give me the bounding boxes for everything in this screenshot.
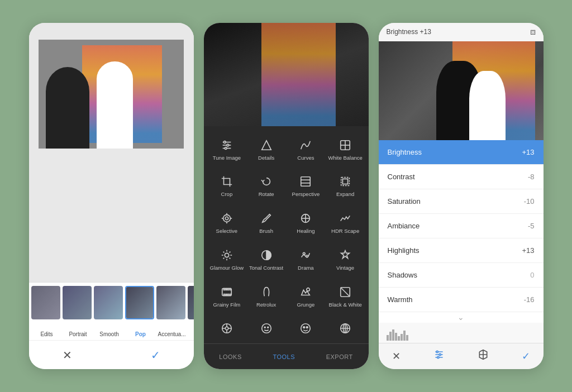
card1-image-area <box>29 23 194 282</box>
expand-icon <box>337 174 353 189</box>
tool-label: Tune Image <box>213 155 241 161</box>
tool-drama[interactable]: Drama <box>287 242 325 276</box>
film-item-active[interactable] <box>125 286 154 319</box>
svg-point-4 <box>227 144 229 146</box>
svg-rect-66 <box>395 333 397 341</box>
filter-label-smooth[interactable]: Smooth <box>95 331 124 337</box>
svg-point-16 <box>225 217 228 220</box>
filmroll-icon <box>219 321 235 336</box>
adj-row-ambiance[interactable]: Ambiance -5 <box>379 214 544 238</box>
phone-card-2: Tune Image Details Curves <box>204 23 369 369</box>
tool-retrolux[interactable]: Retrolux <box>247 279 285 313</box>
svg-rect-37 <box>223 288 225 290</box>
confirm-button[interactable]: ✓ <box>522 350 530 362</box>
svg-line-29 <box>223 251 224 252</box>
tool-hdr-scape[interactable]: HDR Scape <box>327 205 364 240</box>
bw-icon <box>337 284 353 300</box>
tool-grainy-film[interactable]: Grainy Film <box>208 279 246 313</box>
tool-label: HDR Scape <box>331 228 359 234</box>
adj-row-highlights[interactable]: Highlights +13 <box>379 238 544 263</box>
svg-point-15 <box>223 215 230 222</box>
tool-perspective[interactable]: Perspective <box>287 169 325 203</box>
tool-bw[interactable]: Black & White <box>327 279 364 313</box>
svg-point-5 <box>225 147 227 149</box>
tonal-icon <box>259 247 274 263</box>
tool-curves[interactable]: Curves <box>287 132 325 166</box>
tool-label: Healing <box>297 228 314 234</box>
film-item[interactable] <box>188 286 194 319</box>
svg-point-74 <box>436 351 438 353</box>
tool-label: Selective <box>216 228 238 234</box>
tool-label: Perspective <box>292 191 320 197</box>
svg-point-57 <box>303 327 305 328</box>
adj-value: -16 <box>524 295 535 304</box>
adj-value: +13 <box>522 246 534 255</box>
film-item[interactable] <box>94 286 123 319</box>
tool-label: Expand <box>336 191 354 197</box>
svg-rect-67 <box>398 336 400 341</box>
adj-row-saturation[interactable]: Saturation -10 <box>379 189 544 214</box>
nav-tab-export[interactable]: EXPORT <box>326 353 353 360</box>
svg-line-32 <box>223 257 224 259</box>
tool-brush[interactable]: Brush <box>247 205 285 240</box>
tool-tonal-contrast[interactable]: Tonal Contrast <box>247 242 285 276</box>
film-item[interactable] <box>31 286 60 319</box>
cancel-button[interactable]: ✕ <box>392 350 401 362</box>
tool-label: Retrolux <box>256 302 276 308</box>
svg-rect-40 <box>230 288 231 290</box>
tool-selective[interactable]: Selective <box>208 205 246 240</box>
adjustments-panel: Brightness +13 Contrast -8 Saturation -1… <box>379 140 544 312</box>
selective-icon <box>219 211 235 226</box>
filter-label[interactable]: Edits <box>32 331 61 337</box>
tool-face[interactable] <box>247 315 285 343</box>
svg-rect-69 <box>403 331 406 341</box>
svg-rect-64 <box>389 332 392 341</box>
tool-label: Grunge <box>297 302 315 308</box>
film-item[interactable] <box>156 286 185 319</box>
svg-rect-14 <box>343 179 348 184</box>
svg-marker-6 <box>261 140 271 150</box>
adj-row-shadows[interactable]: Shadows 0 <box>379 263 544 288</box>
tool-tune-image[interactable]: Tune Image <box>208 132 246 166</box>
tool-expand[interactable]: Expand <box>327 169 364 203</box>
cancel-button[interactable]: ✕ <box>63 348 72 362</box>
filter-label[interactable]: Accentua... <box>158 331 187 337</box>
compare-icon[interactable]: ⧈ <box>530 27 536 37</box>
svg-point-34 <box>303 252 306 255</box>
card3-top-bar: Brightness +13 ⧈ <box>379 23 544 41</box>
filter-label[interactable]: Portrait <box>64 331 93 337</box>
confirm-button[interactable]: ✓ <box>151 348 160 362</box>
adj-row-contrast[interactable]: Contrast -8 <box>379 165 544 189</box>
tool-label: Rotate <box>259 191 274 197</box>
adj-row-brightness[interactable]: Brightness +13 <box>379 140 544 165</box>
tool-grid[interactable] <box>327 315 364 343</box>
nav-tab-looks[interactable]: LOOKS <box>219 353 241 360</box>
tool-glamour-glow[interactable]: Glamour Glow <box>208 242 246 276</box>
svg-rect-68 <box>401 334 403 341</box>
adj-value: -8 <box>528 173 535 181</box>
svg-point-48 <box>225 327 228 331</box>
tool-filmroll[interactable] <box>208 315 246 343</box>
film-item[interactable] <box>63 286 92 319</box>
tool-face2[interactable] <box>287 315 325 343</box>
svg-point-56 <box>301 324 311 333</box>
tool-vintage[interactable]: Vintage <box>327 242 364 276</box>
adj-name: Ambiance <box>388 222 420 230</box>
nav-tab-tools[interactable]: TOOLS <box>273 353 295 360</box>
tool-grunge[interactable]: Grunge <box>287 279 325 313</box>
crop-icon <box>219 174 235 189</box>
wb-icon <box>337 137 353 153</box>
tune-icon[interactable] <box>433 349 445 363</box>
tools-area: Tune Image Details Curves <box>204 126 369 343</box>
adj-name: Highlights <box>388 246 420 255</box>
adj-row-warmth[interactable]: Warmth -16 <box>379 288 544 312</box>
tool-details[interactable]: Details <box>247 132 285 166</box>
tool-white-balance[interactable]: White Balance <box>327 132 364 166</box>
filter-label-pop[interactable]: Pop <box>126 331 155 337</box>
auto-adjust-icon[interactable] <box>478 349 489 363</box>
svg-rect-39 <box>228 288 229 290</box>
tool-crop[interactable]: Crop <box>208 169 246 203</box>
svg-rect-43 <box>228 294 229 295</box>
tool-rotate[interactable]: Rotate <box>247 169 285 203</box>
tool-healing[interactable]: Healing <box>287 205 325 240</box>
